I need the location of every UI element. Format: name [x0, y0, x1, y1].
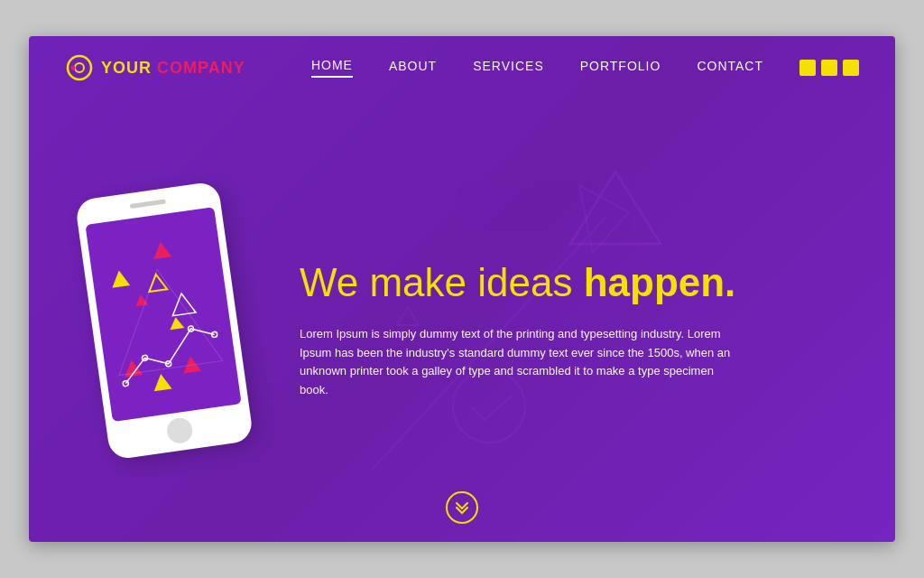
nav-links: HOME ABOUT SERVICES PORTFOLIO CONTACT: [311, 58, 859, 78]
phone-mockup: [65, 190, 263, 452]
nav-contact[interactable]: CONTACT: [697, 59, 763, 77]
svg-marker-15: [152, 373, 171, 392]
page-wrapper: YOUR COMPANY HOME ABOUT SERVICES PORTFOL…: [29, 36, 895, 542]
nav-services[interactable]: SERVICES: [473, 59, 544, 77]
navbar: YOUR COMPANY HOME ABOUT SERVICES PORTFOL…: [29, 36, 895, 99]
phone-home-button: [165, 416, 194, 445]
logo-your: YOUR: [101, 59, 152, 77]
headline-normal: We make ideas: [300, 260, 584, 304]
phone: [75, 181, 254, 460]
hero-body: Lorem Ipsum is simply dummy text of the …: [300, 325, 733, 400]
scroll-circle: [446, 491, 478, 524]
svg-point-17: [123, 380, 129, 387]
svg-marker-9: [110, 269, 130, 288]
phone-screen: [85, 207, 241, 422]
nav-home[interactable]: HOME: [311, 58, 353, 78]
scroll-indicator[interactable]: [446, 491, 478, 524]
svg-marker-12: [169, 316, 185, 330]
svg-point-6: [75, 63, 84, 72]
nav-square-2[interactable]: [821, 60, 837, 76]
svg-marker-8: [152, 240, 171, 259]
chevron-down-icon: [453, 499, 471, 517]
nav-about[interactable]: ABOUT: [389, 59, 437, 77]
phone-notch: [130, 200, 166, 210]
headline-bold: happen.: [584, 260, 736, 304]
logo-icon: [65, 53, 94, 82]
hero-headline: We make ideas happen.: [300, 259, 841, 307]
logo-company: COMPANY: [152, 59, 245, 77]
hero-section: We make ideas happen. Lorem Ipsum is sim…: [29, 99, 895, 542]
svg-marker-16: [170, 292, 196, 315]
nav-portfolio[interactable]: PORTFOLIO: [580, 59, 661, 77]
logo: YOUR COMPANY: [65, 53, 245, 82]
nav-squares: [799, 60, 859, 76]
hero-text: We make ideas happen. Lorem Ipsum is sim…: [263, 259, 859, 400]
svg-point-7: [71, 66, 76, 70]
nav-square-3[interactable]: [843, 60, 859, 76]
nav-square-1[interactable]: [799, 60, 816, 76]
